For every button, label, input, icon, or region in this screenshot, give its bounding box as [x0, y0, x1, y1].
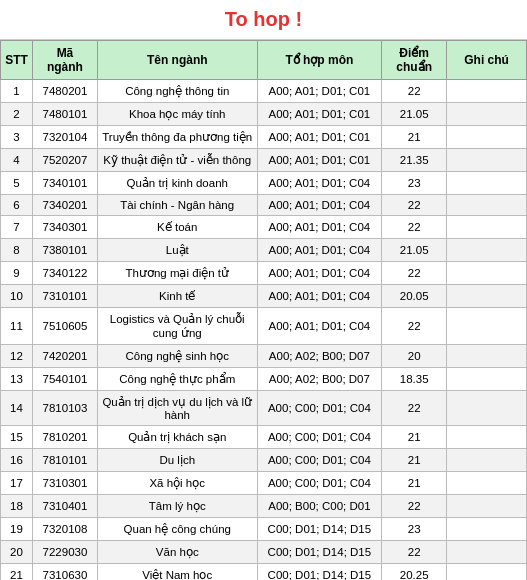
cell-diem-chuan: 20.25: [382, 564, 447, 581]
cell-stt: 3: [1, 126, 33, 149]
cell-stt: 15: [1, 426, 33, 449]
table-row: 77340301Kế toánA00; A01; D01; C0422: [1, 216, 527, 239]
table-row: 167810101Du lịchA00; C00; D01; C0421: [1, 449, 527, 472]
cell-ten-nganh: Thương mại điện tử: [97, 262, 257, 285]
table-row: 207229030Văn họcC00; D01; D14; D1522: [1, 541, 527, 564]
cell-diem-chuan: 22: [382, 195, 447, 216]
cell-ghi-chu: [447, 103, 527, 126]
cell-diem-chuan: 22: [382, 308, 447, 345]
cell-ghi-chu: [447, 172, 527, 195]
cell-ten-nganh: Công nghệ thực phẩm: [97, 368, 257, 391]
table-row: 27480101Khoa học máy tínhA00; A01; D01; …: [1, 103, 527, 126]
cell-ma-nganh: 7480201: [32, 80, 97, 103]
cell-ghi-chu: [447, 239, 527, 262]
cell-stt: 17: [1, 472, 33, 495]
cell-stt: 13: [1, 368, 33, 391]
cell-ma-nganh: 7810103: [32, 391, 97, 426]
cell-ten-nganh: Tài chính - Ngân hàng: [97, 195, 257, 216]
cell-ma-nganh: 7340201: [32, 195, 97, 216]
cell-ghi-chu: [447, 449, 527, 472]
cell-to-hop: A00; C00; D01; C04: [257, 449, 382, 472]
cell-stt: 1: [1, 80, 33, 103]
cell-diem-chuan: 21: [382, 449, 447, 472]
cell-ghi-chu: [447, 195, 527, 216]
cell-ghi-chu: [447, 80, 527, 103]
cell-ma-nganh: 7340101: [32, 172, 97, 195]
cell-ghi-chu: [447, 308, 527, 345]
cell-ghi-chu: [447, 391, 527, 426]
cell-to-hop: A00; A02; B00; D07: [257, 368, 382, 391]
cell-diem-chuan: 18.35: [382, 368, 447, 391]
table-row: 157810201Quản trị khách sạnA00; C00; D01…: [1, 426, 527, 449]
table-row: 67340201Tài chính - Ngân hàngA00; A01; D…: [1, 195, 527, 216]
cell-diem-chuan: 21: [382, 472, 447, 495]
table-row: 37320104Truyền thông đa phương tiệnA00; …: [1, 126, 527, 149]
cell-stt: 19: [1, 518, 33, 541]
table-row: 177310301Xã hội họcA00; C00; D01; C0421: [1, 472, 527, 495]
cell-diem-chuan: 20: [382, 345, 447, 368]
cell-ma-nganh: 7510605: [32, 308, 97, 345]
cell-ten-nganh: Luật: [97, 239, 257, 262]
cell-ten-nganh: Kỹ thuật điện tử - viễn thông: [97, 149, 257, 172]
cell-ma-nganh: 7810201: [32, 426, 97, 449]
cell-to-hop: C00; D01; D14; D15: [257, 564, 382, 581]
table-row: 47520207Kỹ thuật điện tử - viễn thôngA00…: [1, 149, 527, 172]
cell-ten-nganh: Truyền thông đa phương tiện: [97, 126, 257, 149]
cell-ten-nganh: Công nghệ sinh học: [97, 345, 257, 368]
cell-diem-chuan: 22: [382, 495, 447, 518]
cell-ghi-chu: [447, 262, 527, 285]
cell-ten-nganh: Quản trị dịch vụ du lịch và lữ hành: [97, 391, 257, 426]
cell-ma-nganh: 7340301: [32, 216, 97, 239]
cell-ghi-chu: [447, 126, 527, 149]
table-row: 87380101LuậtA00; A01; D01; C0421.05: [1, 239, 527, 262]
cell-to-hop: A00; C00; D01; C04: [257, 472, 382, 495]
cell-stt: 16: [1, 449, 33, 472]
cell-diem-chuan: 22: [382, 391, 447, 426]
cell-ghi-chu: [447, 495, 527, 518]
cell-ten-nganh: Logistics và Quản lý chuỗi cung ứng: [97, 308, 257, 345]
cell-ma-nganh: 7810101: [32, 449, 97, 472]
cell-to-hop: A00; A01; D01; C01: [257, 126, 382, 149]
cell-ten-nganh: Kế toán: [97, 216, 257, 239]
col-ma-nganh: Mã ngành: [32, 41, 97, 80]
cell-ma-nganh: 7520207: [32, 149, 97, 172]
cell-ghi-chu: [447, 472, 527, 495]
cell-stt: 18: [1, 495, 33, 518]
cell-stt: 6: [1, 195, 33, 216]
table-row: 127420201Công nghệ sinh họcA00; A02; B00…: [1, 345, 527, 368]
cell-diem-chuan: 21: [382, 426, 447, 449]
cell-ma-nganh: 7340122: [32, 262, 97, 285]
score-table: STT Mã ngành Tên ngành Tổ hợp môn Điểm c…: [0, 40, 527, 580]
cell-ma-nganh: 7420201: [32, 345, 97, 368]
cell-to-hop: A00; A01; D01; C04: [257, 285, 382, 308]
cell-ma-nganh: 7310101: [32, 285, 97, 308]
table-row: 17480201Công nghệ thông tinA00; A01; D01…: [1, 80, 527, 103]
cell-ten-nganh: Công nghệ thông tin: [97, 80, 257, 103]
page-header: To hop !: [0, 0, 527, 40]
cell-to-hop: A00; A01; D01; C01: [257, 149, 382, 172]
cell-ghi-chu: [447, 345, 527, 368]
cell-stt: 21: [1, 564, 33, 581]
cell-ten-nganh: Du lịch: [97, 449, 257, 472]
col-ghi-chu: Ghi chú: [447, 41, 527, 80]
cell-stt: 8: [1, 239, 33, 262]
cell-stt: 12: [1, 345, 33, 368]
table-row: 217310630Việt Nam họcC00; D01; D14; D152…: [1, 564, 527, 581]
cell-diem-chuan: 21.05: [382, 239, 447, 262]
cell-ghi-chu: [447, 285, 527, 308]
cell-ghi-chu: [447, 368, 527, 391]
table-row: 187310401Tâm lý họcA00; B00; C00; D0122: [1, 495, 527, 518]
cell-ghi-chu: [447, 564, 527, 581]
table-row: 147810103Quản trị dịch vụ du lịch và lữ …: [1, 391, 527, 426]
col-stt: STT: [1, 41, 33, 80]
cell-stt: 20: [1, 541, 33, 564]
col-ten-nganh: Tên ngành: [97, 41, 257, 80]
cell-ten-nganh: Xã hội học: [97, 472, 257, 495]
cell-ten-nganh: Quan hệ công chúng: [97, 518, 257, 541]
cell-stt: 5: [1, 172, 33, 195]
cell-ten-nganh: Việt Nam học: [97, 564, 257, 581]
cell-ten-nganh: Kinh tế: [97, 285, 257, 308]
cell-ghi-chu: [447, 426, 527, 449]
cell-to-hop: A00; A01; D01; C04: [257, 239, 382, 262]
cell-to-hop: A00; A01; D01; C04: [257, 308, 382, 345]
